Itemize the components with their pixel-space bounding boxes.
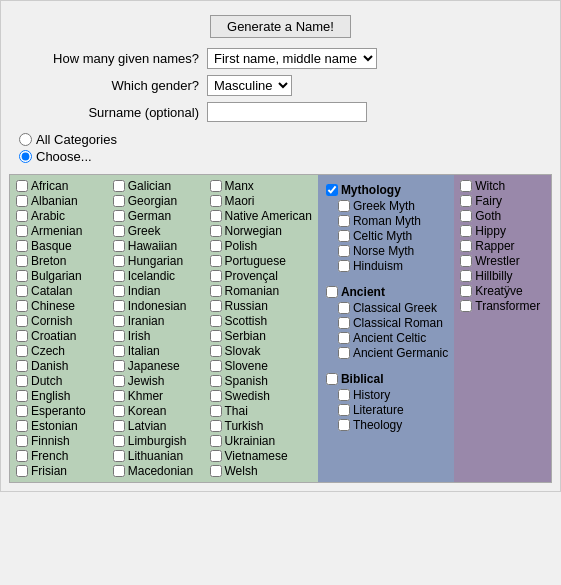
- category-checkbox[interactable]: [113, 405, 125, 417]
- list-item[interactable]: Albanian: [16, 194, 101, 208]
- category-checkbox[interactable]: [210, 315, 222, 327]
- group-checkbox[interactable]: [326, 373, 338, 385]
- choose-radio[interactable]: [19, 150, 32, 163]
- all-categories-option[interactable]: All Categories: [19, 132, 542, 147]
- category-checkbox[interactable]: [338, 260, 350, 272]
- generate-button[interactable]: Generate a Name!: [210, 15, 351, 38]
- list-item[interactable]: Breton: [16, 254, 101, 268]
- list-item[interactable]: Roman Myth: [324, 214, 448, 228]
- category-checkbox[interactable]: [460, 195, 472, 207]
- category-checkbox[interactable]: [210, 180, 222, 192]
- category-checkbox[interactable]: [210, 390, 222, 402]
- category-checkbox[interactable]: [16, 210, 28, 222]
- list-item[interactable]: Hawaiian: [113, 239, 198, 253]
- category-checkbox[interactable]: [210, 300, 222, 312]
- group-header[interactable]: Biblical: [324, 372, 448, 386]
- list-item[interactable]: Khmer: [113, 389, 198, 403]
- given-names-select[interactable]: First name only First name, middle name …: [207, 48, 377, 69]
- list-item[interactable]: Arabic: [16, 209, 101, 223]
- list-item[interactable]: French: [16, 449, 101, 463]
- category-checkbox[interactable]: [16, 390, 28, 402]
- list-item[interactable]: Slovak: [210, 344, 312, 358]
- list-item[interactable]: Cornish: [16, 314, 101, 328]
- category-checkbox[interactable]: [16, 465, 28, 477]
- list-item[interactable]: Catalan: [16, 284, 101, 298]
- category-checkbox[interactable]: [16, 435, 28, 447]
- category-checkbox[interactable]: [16, 270, 28, 282]
- category-checkbox[interactable]: [113, 390, 125, 402]
- category-checkbox[interactable]: [113, 315, 125, 327]
- category-checkbox[interactable]: [210, 420, 222, 432]
- list-item[interactable]: Literature: [324, 403, 448, 417]
- list-item[interactable]: Irish: [113, 329, 198, 343]
- list-item[interactable]: Galician: [113, 179, 198, 193]
- category-checkbox[interactable]: [338, 332, 350, 344]
- all-categories-radio[interactable]: [19, 133, 32, 146]
- category-checkbox[interactable]: [113, 195, 125, 207]
- category-checkbox[interactable]: [113, 210, 125, 222]
- list-item[interactable]: Japanese: [113, 359, 198, 373]
- list-item[interactable]: Indonesian: [113, 299, 198, 313]
- list-item[interactable]: Provençal: [210, 269, 312, 283]
- list-item[interactable]: Ancient Celtic: [324, 331, 448, 345]
- list-item[interactable]: Czech: [16, 344, 101, 358]
- list-item[interactable]: Classical Greek: [324, 301, 448, 315]
- list-item[interactable]: History: [324, 388, 448, 402]
- list-item[interactable]: Serbian: [210, 329, 312, 343]
- category-checkbox[interactable]: [460, 210, 472, 222]
- category-checkbox[interactable]: [113, 300, 125, 312]
- category-checkbox[interactable]: [113, 420, 125, 432]
- list-item[interactable]: Finnish: [16, 434, 101, 448]
- list-item[interactable]: Ancient Germanic: [324, 346, 448, 360]
- list-item[interactable]: Frisian: [16, 464, 101, 478]
- category-checkbox[interactable]: [113, 330, 125, 342]
- list-item[interactable]: Bulgarian: [16, 269, 101, 283]
- list-item[interactable]: Goth: [460, 209, 545, 223]
- list-item[interactable]: Russian: [210, 299, 312, 313]
- list-item[interactable]: Celtic Myth: [324, 229, 448, 243]
- category-checkbox[interactable]: [210, 255, 222, 267]
- category-checkbox[interactable]: [210, 270, 222, 282]
- category-checkbox[interactable]: [113, 255, 125, 267]
- category-checkbox[interactable]: [16, 195, 28, 207]
- category-checkbox[interactable]: [210, 465, 222, 477]
- list-item[interactable]: Wrestler: [460, 254, 545, 268]
- category-checkbox[interactable]: [210, 210, 222, 222]
- category-checkbox[interactable]: [16, 375, 28, 387]
- list-item[interactable]: Armenian: [16, 224, 101, 238]
- category-checkbox[interactable]: [113, 180, 125, 192]
- list-item[interactable]: Native American: [210, 209, 312, 223]
- list-item[interactable]: Jewish: [113, 374, 198, 388]
- category-checkbox[interactable]: [460, 255, 472, 267]
- list-item[interactable]: Welsh: [210, 464, 312, 478]
- category-checkbox[interactable]: [210, 405, 222, 417]
- list-item[interactable]: Manx: [210, 179, 312, 193]
- category-checkbox[interactable]: [210, 345, 222, 357]
- category-checkbox[interactable]: [16, 420, 28, 432]
- list-item[interactable]: Estonian: [16, 419, 101, 433]
- group-checkbox[interactable]: [326, 184, 338, 196]
- category-checkbox[interactable]: [113, 240, 125, 252]
- category-checkbox[interactable]: [113, 345, 125, 357]
- category-checkbox[interactable]: [338, 419, 350, 431]
- group-header[interactable]: Ancient: [324, 285, 448, 299]
- category-checkbox[interactable]: [210, 435, 222, 447]
- category-checkbox[interactable]: [210, 330, 222, 342]
- category-checkbox[interactable]: [338, 404, 350, 416]
- category-checkbox[interactable]: [16, 405, 28, 417]
- category-checkbox[interactable]: [210, 375, 222, 387]
- category-checkbox[interactable]: [210, 360, 222, 372]
- list-item[interactable]: Basque: [16, 239, 101, 253]
- list-item[interactable]: Hinduism: [324, 259, 448, 273]
- list-item[interactable]: Witch: [460, 179, 545, 193]
- category-checkbox[interactable]: [16, 450, 28, 462]
- list-item[interactable]: Romanian: [210, 284, 312, 298]
- category-checkbox[interactable]: [460, 300, 472, 312]
- category-checkbox[interactable]: [338, 302, 350, 314]
- list-item[interactable]: Indian: [113, 284, 198, 298]
- list-item[interactable]: Scottish: [210, 314, 312, 328]
- list-item[interactable]: Hungarian: [113, 254, 198, 268]
- category-checkbox[interactable]: [210, 195, 222, 207]
- category-checkbox[interactable]: [16, 255, 28, 267]
- category-checkbox[interactable]: [16, 285, 28, 297]
